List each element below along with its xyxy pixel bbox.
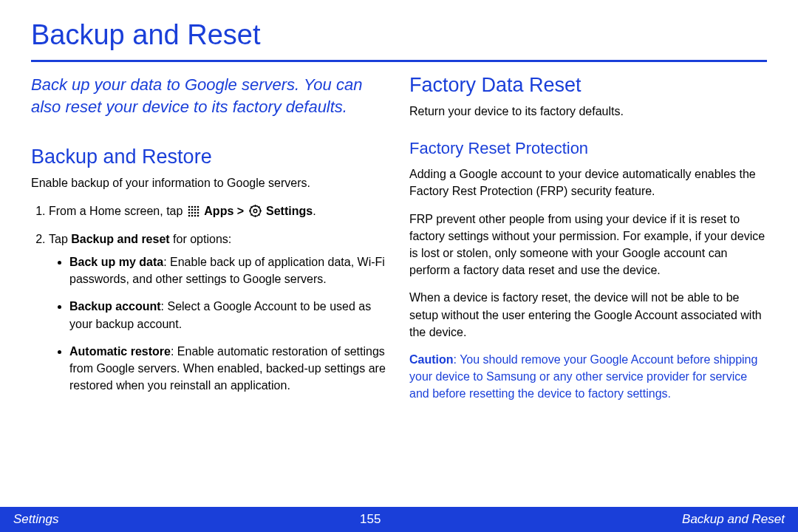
step1-gt: > <box>237 205 248 217</box>
svg-point-6 <box>194 208 197 211</box>
page-title: Backup and Reset <box>31 19 767 51</box>
svg-point-2 <box>194 205 197 208</box>
svg-point-12 <box>188 214 191 216</box>
frp-p2: FRP prevent other people from using your… <box>409 211 767 279</box>
footer-page-number: 155 <box>360 512 381 527</box>
title-divider <box>31 60 767 62</box>
svg-point-15 <box>197 214 200 216</box>
footer-bar: Settings 155 Backup and Reset <box>0 507 798 532</box>
step2-prefix: Tap <box>49 233 71 245</box>
frp-p1: Adding a Google account to your device a… <box>409 166 767 200</box>
caution-text: Caution: You should remove your Google A… <box>409 351 767 403</box>
intro-text: Back up your data to Google servers. You… <box>31 74 389 117</box>
svg-point-1 <box>191 205 194 208</box>
heading-factory-data-reset: Factory Data Reset <box>409 74 767 97</box>
svg-point-5 <box>191 208 194 211</box>
heading-frp: Factory Reset Protection <box>409 139 767 158</box>
bullet1-bold: Back up my data <box>69 256 163 268</box>
svg-point-17 <box>253 209 257 213</box>
steps-list: From a Home screen, tap Apps > <box>31 202 389 395</box>
svg-point-0 <box>188 205 191 208</box>
factory-reset-lead: Return your device to its factory defaul… <box>409 103 767 120</box>
svg-point-11 <box>197 211 200 214</box>
heading-backup-restore: Backup and Restore <box>31 146 389 168</box>
caution-label: Caution <box>409 353 454 366</box>
step-1: From a Home screen, tap Apps > <box>49 202 389 222</box>
step-2: Tap Backup and reset for options: Back u… <box>49 231 389 395</box>
footer-left: Settings <box>13 512 58 527</box>
footer-right: Backup and Reset <box>682 512 785 527</box>
svg-point-10 <box>194 211 197 214</box>
bullet-backup-my-data: Back up my data: Enable back up of appli… <box>69 253 389 287</box>
step1-prefix: From a Home screen, tap <box>49 205 186 217</box>
bullet-automatic-restore: Automatic restore: Enable automatic rest… <box>69 343 389 395</box>
content-columns: Back up your data to Google servers. You… <box>31 74 767 404</box>
svg-point-4 <box>188 208 191 211</box>
apps-grid-icon <box>188 205 200 222</box>
bullet2-bold: Backup account <box>69 300 161 313</box>
caution-body: : You should remove your Google Account … <box>409 353 757 400</box>
step1-settings: Settings <box>266 205 313 217</box>
bullet3-bold: Automatic restore <box>69 345 171 358</box>
frp-p3: When a device is factory reset, the devi… <box>409 289 767 341</box>
svg-point-3 <box>197 205 200 208</box>
backup-restore-lead: Enable backup of your information to Goo… <box>31 174 389 191</box>
settings-gear-icon <box>249 205 262 222</box>
step1-apps: Apps <box>204 205 233 217</box>
svg-point-13 <box>191 214 194 216</box>
svg-point-14 <box>194 214 197 216</box>
step1-dot: . <box>313 205 316 217</box>
step2-suffix: for options: <box>170 233 232 245</box>
svg-point-8 <box>188 211 191 214</box>
left-column: Back up your data to Google servers. You… <box>31 74 389 404</box>
options-bullets: Back up my data: Enable back up of appli… <box>49 253 389 394</box>
svg-point-9 <box>191 211 194 214</box>
step2-bold: Backup and reset <box>71 233 169 245</box>
right-column: Factory Data Reset Return your device to… <box>409 74 767 404</box>
bullet-backup-account: Backup account: Select a Google Account … <box>69 298 389 332</box>
svg-point-7 <box>197 208 200 211</box>
